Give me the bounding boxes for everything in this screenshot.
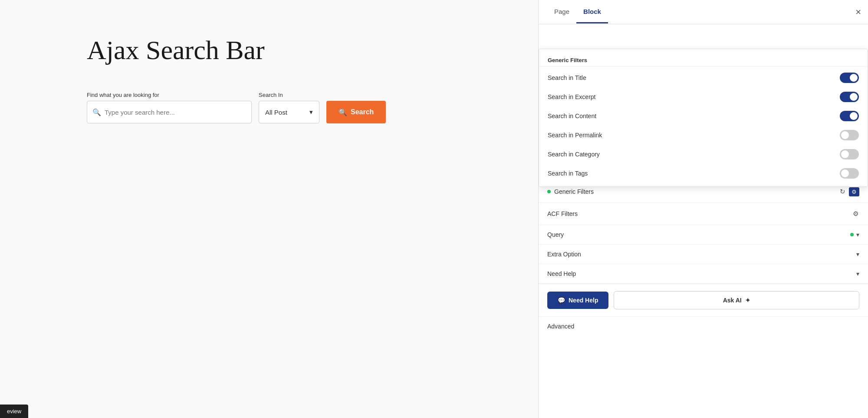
search-btn-label: Search: [351, 108, 374, 116]
acf-filters-icons: ⚙: [852, 209, 859, 219]
search-field-label: Find what you are looking for: [87, 92, 252, 98]
sidebar-footer: 💬 Need Help Ask AI ✦: [539, 284, 868, 316]
search-in-content-toggle[interactable]: [840, 111, 859, 121]
toggle-slider: [840, 130, 859, 140]
search-icon: 🔍: [92, 108, 101, 116]
extra-option-chevron-icon: ▾: [856, 251, 859, 258]
page-title: Ajax Search Bar: [87, 35, 265, 66]
toggle-slider: [840, 92, 859, 102]
search-input[interactable]: [105, 109, 246, 116]
dropdown-item-permalink[interactable]: Search in Permalink: [539, 126, 868, 145]
acf-filters-row[interactable]: ACF Filters ⚙: [539, 203, 868, 225]
need-help-section-row[interactable]: Need Help ▾: [539, 264, 868, 284]
generic-filters-label: Generic Filters: [554, 188, 835, 195]
dropdown-item-title[interactable]: Search in Title: [539, 68, 868, 87]
need-help-section-icons: ▾: [856, 270, 859, 277]
search-in-value: All Post: [265, 109, 287, 116]
sidebar-header: Page Block ×: [539, 0, 868, 24]
toggle-slider: [840, 73, 859, 83]
need-help-icon: 💬: [558, 297, 565, 304]
acf-settings-icon[interactable]: ⚙: [852, 209, 859, 219]
dropdown-item-tags[interactable]: Search in Tags: [539, 164, 868, 183]
chevron-down-icon: ▾: [309, 108, 313, 116]
preview-label: eview: [7, 408, 21, 415]
advanced-row[interactable]: Advanced: [539, 316, 868, 336]
generic-filters-icons: ↻ ⚙: [839, 187, 859, 196]
search-in-tags-toggle[interactable]: [840, 168, 859, 179]
dropdown-item-content-label: Search in Content: [548, 113, 596, 119]
sidebar: Page Block × Generic Filters Search in T…: [538, 0, 868, 418]
dropdown-title: Generic Filters: [539, 53, 868, 66]
need-help-chevron-icon: ▾: [856, 270, 859, 277]
query-chevron-icon: ▾: [856, 231, 859, 238]
reload-icon[interactable]: ↻: [839, 187, 846, 196]
generic-filters-dot: [547, 190, 551, 193]
toggle-slider: [840, 111, 859, 121]
dropdown-item-content[interactable]: Search in Content: [539, 106, 868, 126]
search-in-select[interactable]: All Post ▾: [259, 101, 319, 123]
ask-ai-label: Ask AI: [723, 297, 742, 304]
search-input-wrapper: 🔍: [87, 101, 252, 123]
need-help-section-label: Need Help: [547, 270, 853, 277]
need-help-label: Need Help: [569, 297, 598, 304]
search-in-label: Search In: [259, 92, 319, 98]
search-in-excerpt-toggle[interactable]: [840, 92, 859, 102]
extra-option-row[interactable]: Extra Option ▾: [539, 245, 868, 264]
search-in-category-toggle[interactable]: [840, 149, 859, 159]
close-button[interactable]: ×: [855, 7, 861, 18]
search-in-title-toggle[interactable]: [840, 73, 859, 83]
search-in-group: Search In All Post ▾: [259, 92, 319, 123]
query-row[interactable]: Query ▾: [539, 225, 868, 245]
query-icons: ▾: [850, 231, 859, 238]
acf-filters-label: ACF Filters: [547, 210, 848, 217]
generic-filters-dropdown: Generic Filters Search in Title Search i…: [539, 49, 868, 187]
dropdown-item-permalink-label: Search in Permalink: [548, 132, 602, 139]
search-btn-icon: 🔍: [339, 108, 347, 116]
search-button[interactable]: 🔍 Search: [326, 101, 386, 123]
dropdown-item-title-label: Search in Title: [548, 74, 586, 81]
toggle-slider: [840, 168, 859, 179]
tab-block[interactable]: Block: [576, 1, 608, 23]
search-field-group: Find what you are looking for 🔍: [87, 92, 252, 123]
dropdown-item-category-label: Search in Category: [548, 151, 600, 158]
main-content: Ajax Search Bar Find what you are lookin…: [0, 0, 538, 418]
dropdown-item-excerpt[interactable]: Search in Excerpt: [539, 87, 868, 106]
query-dot: [850, 233, 854, 236]
preview-bar: eview: [0, 405, 28, 418]
settings-icon[interactable]: ⚙: [849, 187, 859, 196]
ask-ai-button[interactable]: Ask AI ✦: [614, 291, 859, 309]
need-help-button[interactable]: 💬 Need Help: [547, 292, 608, 309]
dropdown-item-category[interactable]: Search in Category: [539, 145, 868, 164]
toggle-slider: [840, 149, 859, 159]
extra-option-icons: ▾: [856, 251, 859, 258]
dropdown-item-excerpt-label: Search in Excerpt: [548, 93, 596, 100]
search-in-permalink-toggle[interactable]: [840, 130, 859, 140]
dropdown-item-tags-label: Search in Tags: [548, 170, 588, 177]
sidebar-body: Generic Filters Search in Title Search i…: [539, 24, 868, 418]
query-label: Query: [547, 231, 847, 238]
extra-option-label: Extra Option: [547, 251, 853, 258]
search-section: Find what you are looking for 🔍 Search I…: [87, 92, 386, 123]
tab-page[interactable]: Page: [547, 1, 576, 23]
ai-icon: ✦: [745, 297, 750, 304]
advanced-label: Advanced: [547, 323, 859, 330]
